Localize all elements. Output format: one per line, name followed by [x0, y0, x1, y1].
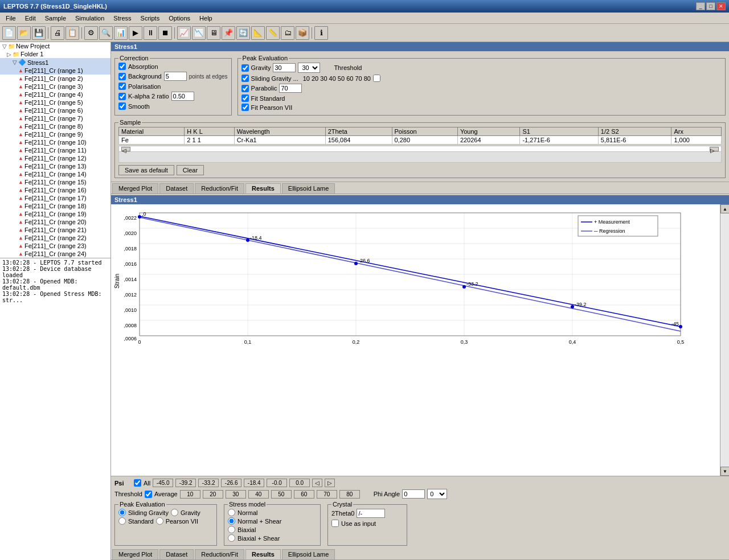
- toolbar-pause[interactable]: ⏸: [144, 26, 157, 40]
- tree-range-19[interactable]: ▲Fe[211]_Cr (range 19): [0, 210, 110, 218]
- thresh-val-1[interactable]: 10: [180, 490, 200, 499]
- menu-simulation[interactable]: Simulation: [72, 14, 108, 22]
- toolbar-measure[interactable]: 📐: [251, 26, 265, 40]
- thresh-val-3[interactable]: 30: [226, 490, 246, 499]
- maximize-button[interactable]: □: [706, 2, 715, 10]
- menu-options[interactable]: Options: [165, 14, 194, 22]
- toolbar-down[interactable]: 📉: [192, 26, 206, 40]
- tree-range-9[interactable]: ▲Fe[211]_Cr (range 9): [0, 130, 110, 138]
- tree-range-8[interactable]: ▲Fe[211]_Cr (range 8): [0, 122, 110, 130]
- tab-dataset-top[interactable]: Dataset: [159, 183, 194, 193]
- toolbar-save[interactable]: 💾: [32, 26, 46, 40]
- sliding-gravity-radio[interactable]: [118, 509, 126, 516]
- tab-results-top[interactable]: Results: [245, 183, 281, 193]
- phi-angle-value[interactable]: [402, 489, 425, 499]
- fit-standard-checkbox[interactable]: [241, 94, 249, 102]
- scroll-up-button[interactable]: ▲: [720, 204, 729, 213]
- toolbar-refresh[interactable]: 🔄: [236, 26, 250, 40]
- parabolic-value[interactable]: [279, 84, 302, 93]
- tree-range-21[interactable]: ▲Fe[211]_Cr (range 21): [0, 226, 110, 234]
- fit-pearson-checkbox[interactable]: [241, 104, 249, 111]
- tab-ellipsoid-lame-top[interactable]: Ellipsoid Lame: [282, 183, 335, 193]
- normal-radio[interactable]: [228, 509, 235, 516]
- menu-stress[interactable]: Stress: [110, 14, 134, 22]
- absorption-checkbox[interactable]: [118, 63, 126, 70]
- toolbar-new[interactable]: 📄: [2, 26, 16, 40]
- tree-range-12[interactable]: ▲Fe[211]_Cr (range 12): [0, 154, 110, 162]
- psi-val-2[interactable]: -39.2: [175, 479, 196, 487]
- tree-range-13[interactable]: ▲Fe[211]_Cr (range 13): [0, 162, 110, 170]
- phi-angle-select[interactable]: 04590: [427, 489, 447, 499]
- use-as-input-checkbox[interactable]: [331, 520, 339, 527]
- toolbar-display[interactable]: 🖥: [207, 26, 220, 40]
- tree-range-22[interactable]: ▲Fe[211]_Cr (range 22): [0, 234, 110, 242]
- toolbar-open[interactable]: 📂: [17, 26, 31, 40]
- thresh-val-4[interactable]: 40: [248, 490, 269, 499]
- tree-root[interactable]: ▽ 📁 New Project: [0, 42, 110, 50]
- gravity-checkbox[interactable]: [241, 64, 249, 72]
- biaxial-shear-radio[interactable]: [228, 534, 235, 542]
- kalpha2-value[interactable]: [171, 92, 194, 101]
- thresh-val-5[interactable]: 50: [271, 490, 292, 499]
- tree-range-11[interactable]: ▲Fe[211]_Cr (range 11): [0, 146, 110, 154]
- tree-range-14[interactable]: ▲Fe[211]_Cr (range 14): [0, 170, 110, 178]
- thresh-val-6[interactable]: 60: [294, 490, 314, 499]
- toolbar-chart[interactable]: 📊: [114, 26, 128, 40]
- toolbar-ruler[interactable]: 📏: [266, 26, 280, 40]
- tree-range-5[interactable]: ▲Fe[211]_Cr (range 5): [0, 98, 110, 106]
- gravity-radio[interactable]: [171, 509, 178, 516]
- tree-folder1[interactable]: ▷ 📁 Folder 1: [0, 50, 110, 58]
- normal-shear-radio[interactable]: [228, 517, 235, 525]
- tree-range-17[interactable]: ▲Fe[211]_Cr (range 17): [0, 194, 110, 202]
- tree-range-2[interactable]: ▲Fe[211]_Cr (range 2): [0, 75, 110, 83]
- tree-range-7[interactable]: ▲Fe[211]_Cr (range 7): [0, 114, 110, 122]
- h-scroll-right[interactable]: ▷: [710, 147, 719, 151]
- toolbar-up[interactable]: 📈: [177, 26, 191, 40]
- kalpha2-checkbox[interactable]: [118, 93, 126, 100]
- tab-ellipsoid-lame-bottom[interactable]: Ellipsoid Lame: [282, 549, 335, 559]
- tree-range-16[interactable]: ▲Fe[211]_Cr (range 16): [0, 186, 110, 194]
- tab-reduction-fit-top[interactable]: Reduction/Fit: [195, 183, 244, 193]
- close-button[interactable]: ✕: [716, 2, 726, 10]
- clear-button[interactable]: Clear: [177, 165, 204, 175]
- psi-all-checkbox[interactable]: [134, 479, 141, 487]
- toolbar-pin[interactable]: 📌: [222, 26, 235, 40]
- thresh-val-8[interactable]: 80: [339, 490, 360, 499]
- toolbar-copy[interactable]: 📋: [65, 26, 79, 40]
- scroll-track[interactable]: [720, 213, 729, 467]
- toolbar-folder2[interactable]: 🗂: [281, 26, 294, 40]
- smooth-checkbox[interactable]: [118, 102, 126, 110]
- psi-val-1[interactable]: -45.0: [153, 479, 173, 487]
- tree-range-6[interactable]: ▲Fe[211]_Cr (range 6): [0, 106, 110, 114]
- psi-next-button[interactable]: ▷: [325, 479, 335, 487]
- tab-results-bottom[interactable]: Results: [245, 549, 281, 559]
- menu-scripts[interactable]: Scripts: [137, 14, 163, 22]
- toolbar-stop[interactable]: ⏹: [158, 26, 172, 40]
- psi-val-4[interactable]: -26.6: [221, 479, 241, 487]
- table-row[interactable]: Fe 2 1 1 Cr-Ka1 156,084 0,280 220264 -1,…: [119, 136, 722, 145]
- tab-dataset-bottom[interactable]: Dataset: [159, 549, 194, 559]
- tab-merged-plot-top[interactable]: Merged Plot: [112, 183, 158, 193]
- biaxial-radio[interactable]: [228, 526, 235, 533]
- background-value[interactable]: [164, 72, 187, 81]
- toolbar-print[interactable]: 🖨: [51, 26, 64, 40]
- sliding-gravity-checkbox[interactable]: [241, 75, 249, 82]
- toolbar-run[interactable]: ▶: [129, 26, 142, 40]
- menu-edit[interactable]: Edit: [22, 14, 39, 22]
- tab-merged-plot-bottom[interactable]: Merged Plot: [112, 549, 158, 559]
- tab-reduction-fit-bottom[interactable]: Reduction/Fit: [195, 549, 244, 559]
- toolbar-package[interactable]: 📦: [296, 26, 309, 40]
- psi-val-7[interactable]: 0.0: [289, 479, 310, 487]
- gravity-select[interactable]: 30204050: [298, 63, 320, 73]
- tree-range-15[interactable]: ▲Fe[211]_Cr (range 15): [0, 178, 110, 186]
- h-scroll-left[interactable]: ◁: [121, 147, 130, 151]
- tree-range-4[interactable]: ▲Fe[211]_Cr (range 4): [0, 90, 110, 98]
- psi-prev-button[interactable]: ◁: [312, 479, 322, 487]
- tree-range-3[interactable]: ▲Fe[211]_Cr (range 3): [0, 83, 110, 90]
- psi-val-3[interactable]: -33.2: [198, 479, 219, 487]
- psi-val-6[interactable]: -0.0: [267, 479, 287, 487]
- average-checkbox[interactable]: [145, 491, 152, 498]
- menu-sample[interactable]: Sample: [42, 14, 69, 22]
- minimize-button[interactable]: _: [696, 2, 705, 10]
- menu-help[interactable]: Help: [196, 14, 216, 22]
